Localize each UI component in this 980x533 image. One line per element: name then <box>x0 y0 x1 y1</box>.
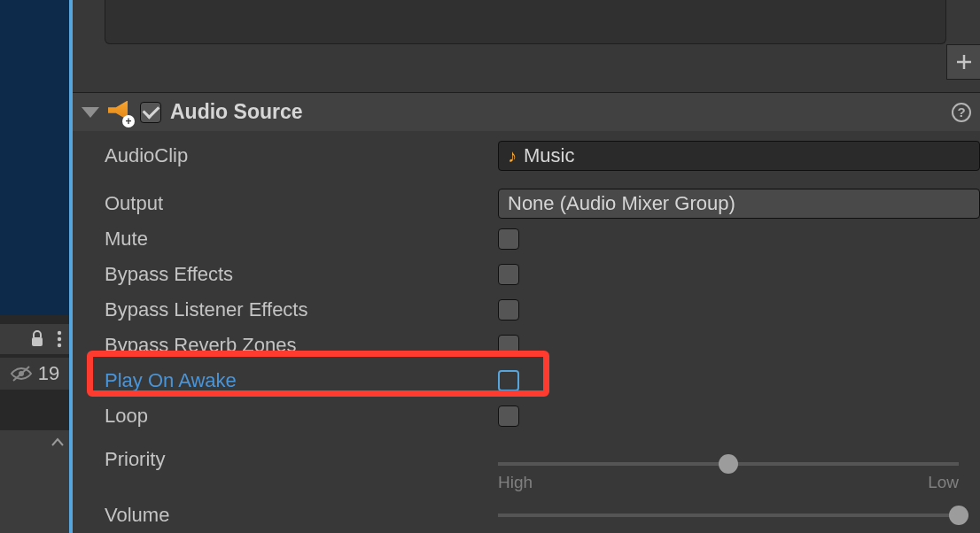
foldout-toggle-icon[interactable] <box>82 107 99 118</box>
label-bypass-reverb: Bypass Reverb Zones <box>105 334 498 357</box>
help-icon[interactable]: ? <box>952 103 971 122</box>
row-priority: Priority High Low <box>73 444 980 498</box>
inspector-panel: + Audio Source ? AudioClip ♪ Music Outpu… <box>69 0 980 533</box>
component-header[interactable]: + Audio Source ? <box>73 92 980 131</box>
music-note-icon: ♪ <box>508 146 517 166</box>
bypass-listener-checkbox[interactable] <box>498 299 519 321</box>
priority-slider[interactable]: High Low <box>498 448 980 480</box>
volume-slider[interactable] <box>498 499 980 531</box>
row-bypass-effects: Bypass Effects <box>73 257 980 292</box>
label-priority: Priority <box>105 448 498 471</box>
output-value: None (Audio Mixer Group) <box>508 192 735 215</box>
svg-point-1 <box>58 331 61 335</box>
component-enabled-checkbox[interactable] <box>140 102 161 123</box>
visibility-row: 19 <box>0 358 69 390</box>
row-loop: Loop <box>73 398 980 434</box>
audio-source-icon: + <box>108 101 131 124</box>
row-volume: Volume <box>73 498 980 533</box>
label-output: Output <box>105 192 498 215</box>
add-button[interactable] <box>946 44 980 80</box>
priority-left-label: High <box>498 473 533 492</box>
list-container <box>105 0 946 44</box>
svg-point-2 <box>58 337 61 341</box>
label-mute: Mute <box>105 228 498 251</box>
svg-rect-0 <box>32 337 43 346</box>
label-play-on-awake: Play On Awake <box>105 369 498 392</box>
mute-checkbox[interactable] <box>498 228 519 250</box>
selection-highlight <box>0 0 69 315</box>
hidden-eye-icon[interactable] <box>10 365 33 382</box>
label-audioclip: AudioClip <box>105 144 498 167</box>
hierarchy-panel-stub: 19 <box>0 0 69 533</box>
bypass-reverb-checkbox[interactable] <box>498 335 519 356</box>
row-play-on-awake: Play On Awake <box>73 363 980 398</box>
label-bypass-listener: Bypass Listener Effects <box>105 298 498 321</box>
component-title: Audio Source <box>170 100 303 124</box>
play-on-awake-checkbox[interactable] <box>498 370 519 391</box>
bypass-effects-checkbox[interactable] <box>498 264 519 285</box>
output-field[interactable]: None (Audio Mixer Group) <box>498 189 980 219</box>
label-loop: Loop <box>105 405 498 428</box>
label-volume: Volume <box>105 504 498 527</box>
audioclip-value: Music <box>524 144 574 167</box>
lock-icon[interactable] <box>30 330 44 348</box>
scroll-up-icon[interactable] <box>50 436 66 447</box>
kebab-menu-icon[interactable] <box>57 330 62 348</box>
panel-toolbar <box>0 324 69 354</box>
row-mute: Mute <box>73 221 980 257</box>
label-bypass-effects: Bypass Effects <box>105 263 498 286</box>
row-output: Output None (Audio Mixer Group) <box>73 186 980 221</box>
hidden-count: 19 <box>38 362 59 385</box>
loop-checkbox[interactable] <box>498 406 519 427</box>
row-bypass-reverb: Bypass Reverb Zones <box>73 328 980 363</box>
priority-right-label: Low <box>928 473 959 492</box>
audioclip-field[interactable]: ♪ Music <box>498 141 980 171</box>
row-bypass-listener: Bypass Listener Effects <box>73 292 980 328</box>
svg-point-3 <box>58 344 61 347</box>
row-audioclip: AudioClip ♪ Music <box>73 138 980 174</box>
component-properties: AudioClip ♪ Music Output None (Audio Mix… <box>73 131 980 533</box>
